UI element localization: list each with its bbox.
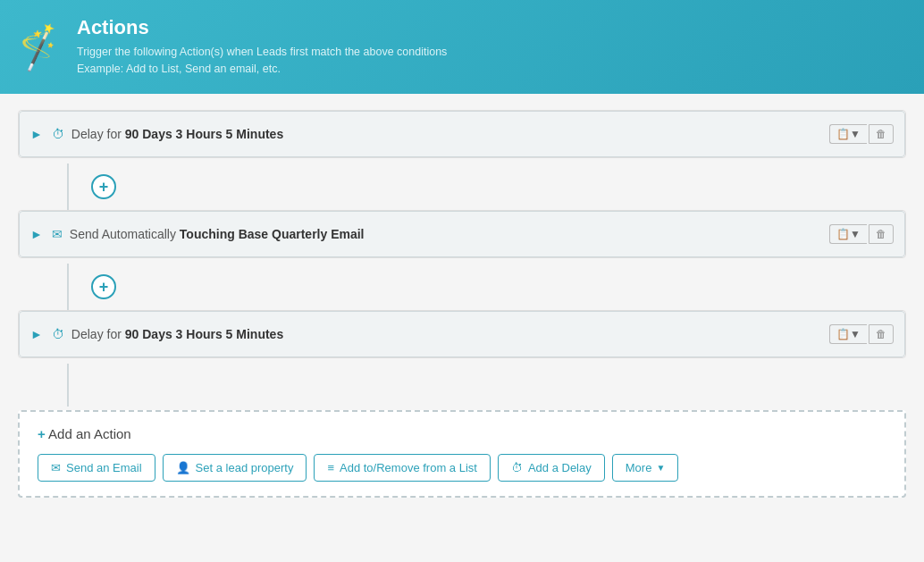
header-text: Actions Trigger the following Action(s) … [77, 16, 447, 78]
action-block-2: ► ✉ Send Automatically Touching Base Qua… [18, 210, 906, 258]
wand-icon: 🪄 [12, 20, 68, 74]
list-btn-icon: ≡ [327, 461, 334, 474]
chevron-icon-2[interactable]: ► [30, 227, 43, 241]
chevron-icon-1[interactable]: ► [30, 127, 43, 141]
person-btn-icon: 👤 [176, 461, 190, 474]
action-buttons-container: ✉ Send an Email 👤 Set a lead property ≡ … [38, 454, 886, 482]
delete-button-1[interactable]: 🗑 [869, 124, 894, 144]
header-description: Trigger the following Action(s) when Lea… [77, 44, 447, 78]
action-text-1: Delay for 90 Days 3 Hours 5 Minutes [71, 127, 829, 141]
add-delay-button[interactable]: ⏱ Add a Delay [498, 454, 605, 482]
action-block-1: ► ⏱ Delay for 90 Days 3 Hours 5 Minutes … [18, 110, 906, 158]
delay-icon-3: ⏱ [52, 327, 64, 341]
actions-header: 🪄 Actions Trigger the following Action(s… [0, 0, 924, 94]
row-actions-3: 📋▼ 🗑 [829, 324, 894, 344]
chevron-icon-3[interactable]: ► [30, 327, 43, 341]
action-text-2: Send Automatically Touching Base Quarter… [70, 227, 829, 241]
row-actions-1: 📋▼ 🗑 [829, 124, 894, 144]
action-row-1: ► ⏱ Delay for 90 Days 3 Hours 5 Minutes … [19, 111, 905, 157]
plus-connector-1: + [18, 164, 906, 210]
delay-icon-1: ⏱ [52, 127, 64, 141]
add-step-button-2[interactable]: + [91, 274, 116, 299]
copy-button-1[interactable]: 📋▼ [829, 124, 867, 144]
delay-btn-icon: ⏱ [511, 461, 523, 474]
more-button[interactable]: More ▼ [612, 454, 679, 482]
delete-button-3[interactable]: 🗑 [869, 324, 894, 344]
copy-button-3[interactable]: 📋▼ [829, 324, 867, 344]
copy-button-2[interactable]: 📋▼ [829, 224, 867, 244]
email-icon-2: ✉ [52, 227, 63, 241]
vertical-line [18, 364, 906, 407]
action-row-2: ► ✉ Send Automatically Touching Base Qua… [19, 211, 905, 257]
delete-button-2[interactable]: 🗑 [869, 224, 894, 244]
send-email-button[interactable]: ✉ Send an Email [38, 454, 155, 482]
add-step-button-1[interactable]: + [91, 174, 116, 199]
add-remove-list-button[interactable]: ≡ Add to/Remove from a List [314, 454, 491, 482]
add-action-title: + Add an Action [38, 426, 886, 441]
header-title: Actions [77, 16, 447, 39]
email-btn-icon: ✉ [51, 461, 61, 474]
action-row-3: ► ⏱ Delay for 90 Days 3 Hours 5 Minutes … [19, 311, 905, 357]
more-dropdown-icon: ▼ [656, 463, 665, 473]
action-block-3: ► ⏱ Delay for 90 Days 3 Hours 5 Minutes … [18, 310, 906, 358]
row-actions-2: 📋▼ 🗑 [829, 224, 894, 244]
action-text-3: Delay for 90 Days 3 Hours 5 Minutes [71, 327, 829, 341]
main-content: ► ⏱ Delay for 90 Days 3 Hours 5 Minutes … [0, 94, 924, 514]
add-action-box: + Add an Action ✉ Send an Email 👤 Set a … [18, 410, 906, 498]
set-lead-property-button[interactable]: 👤 Set a lead property [163, 454, 307, 482]
plus-connector-2: + [18, 264, 906, 310]
